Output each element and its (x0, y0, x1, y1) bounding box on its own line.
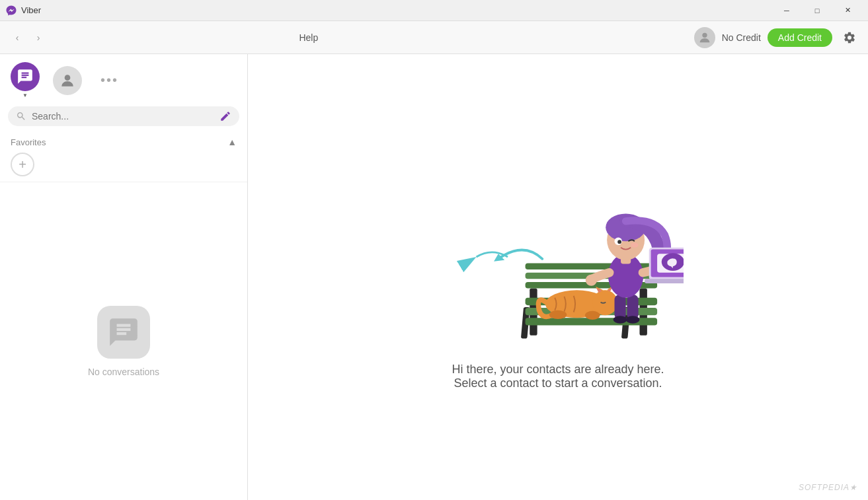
svg-rect-39 (645, 279, 684, 283)
svg-point-1 (65, 75, 71, 81)
svg-rect-23 (627, 295, 639, 320)
welcome-text-line2: Select a contact to start a conversation… (454, 376, 662, 390)
svg-rect-22 (615, 295, 626, 320)
svg-point-20 (549, 310, 567, 318)
softpedia-watermark: SOFTPEDIA★ (799, 482, 857, 492)
minimize-button[interactable]: ─ (771, 0, 802, 21)
svg-point-28 (586, 274, 597, 285)
window-controls: ─ □ ✕ (771, 0, 863, 21)
svg-point-33 (617, 240, 621, 244)
chats-tab[interactable]: ▼ (11, 62, 40, 98)
app-icon (5, 5, 17, 17)
bench-illustration (432, 164, 684, 349)
settings-button[interactable] (839, 27, 860, 48)
illustration-area (432, 164, 684, 349)
svg-point-24 (613, 316, 627, 323)
svg-point-25 (626, 316, 640, 323)
more-tab[interactable]: ••• (95, 67, 124, 93)
favorites-label: Favorites (11, 137, 46, 147)
svg-point-34 (631, 242, 638, 248)
back-button[interactable]: ‹ (8, 28, 26, 47)
svg-point-21 (585, 310, 600, 319)
main-content: Hi there, your contacts are already here… (248, 54, 868, 500)
search-icon (16, 111, 26, 122)
no-conversations-icon (97, 306, 150, 359)
sidebar: ▼ ••• (0, 54, 248, 500)
search-bar (8, 106, 239, 126)
titlebar: Viber ─ □ ✕ (0, 0, 868, 21)
welcome-text-line1: Hi there, your contacts are already here… (452, 363, 664, 376)
favorites-header: Favorites ▲ (11, 137, 237, 147)
sidebar-icons-row: ▼ ••• (0, 54, 247, 101)
svg-point-0 (702, 32, 707, 37)
add-favorite-button[interactable]: + (11, 153, 34, 176)
chats-dropdown-arrow: ▼ (22, 92, 28, 98)
chat-icon-circle (11, 62, 40, 91)
main-layout: ▼ ••• (0, 54, 868, 500)
favorites-collapse-button[interactable]: ▲ (227, 137, 237, 147)
forward-button[interactable]: › (29, 28, 48, 47)
nav-right-controls: No Credit Add Credit (694, 27, 860, 48)
no-credit-label: No Credit (722, 32, 761, 43)
more-dots-icon: ••• (95, 67, 124, 93)
add-credit-button[interactable]: Add Credit (768, 28, 832, 47)
no-conversations-area: No conversations (0, 182, 247, 500)
no-conversations-text: No conversations (88, 367, 159, 377)
favorites-section: Favorites ▲ + (0, 131, 247, 182)
user-avatar (694, 27, 715, 48)
contact-icon-circle (53, 66, 82, 95)
search-input[interactable] (32, 111, 214, 122)
maximize-button[interactable]: □ (802, 0, 832, 21)
close-button[interactable]: ✕ (832, 0, 863, 21)
app-title: Viber (21, 5, 771, 15)
nav-arrows: ‹ › (8, 28, 48, 47)
contacts-tab[interactable] (53, 66, 82, 95)
navbar: ‹ › Help No Credit Add Credit (0, 21, 868, 54)
help-label: Help (56, 32, 562, 43)
compose-button[interactable] (219, 110, 231, 122)
